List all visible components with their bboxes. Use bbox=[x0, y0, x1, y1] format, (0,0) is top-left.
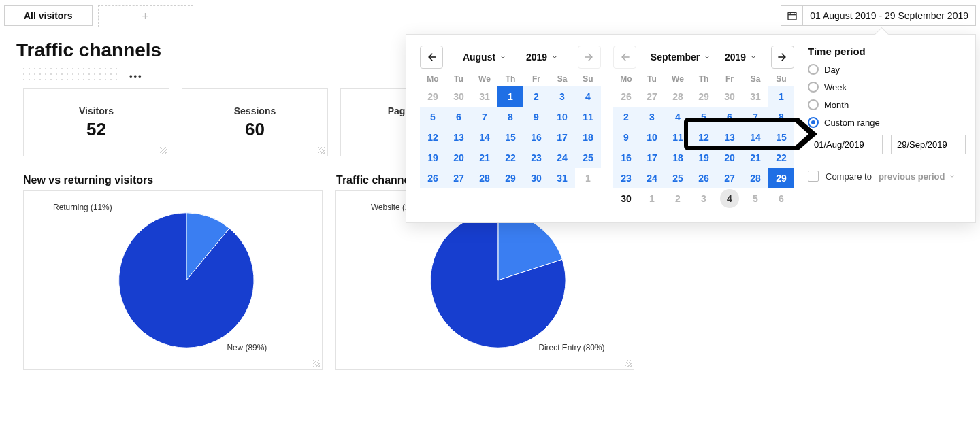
calendar-day[interactable]: 10 bbox=[549, 107, 575, 127]
calendar-day[interactable]: 30 bbox=[717, 86, 742, 107]
calendar-day[interactable]: 1 bbox=[575, 168, 601, 188]
calendar-day[interactable]: 4 bbox=[575, 86, 601, 107]
calendar-day[interactable]: 11 bbox=[665, 127, 691, 148]
year-select-left[interactable]: 2019 bbox=[526, 52, 558, 63]
calendar-day[interactable]: 6 bbox=[446, 107, 472, 127]
resize-handle-icon[interactable] bbox=[625, 360, 632, 367]
compare-period-select[interactable]: previous period bbox=[879, 171, 956, 182]
calendar-day[interactable]: 7 bbox=[472, 107, 497, 127]
prev-month-button[interactable] bbox=[420, 46, 443, 69]
month-select-left[interactable]: August bbox=[463, 52, 506, 63]
calendar-day[interactable]: 27 bbox=[639, 86, 665, 107]
calendar-day[interactable]: 16 bbox=[523, 127, 549, 148]
calendar-day[interactable]: 29 bbox=[420, 86, 446, 107]
calendar-day[interactable]: 25 bbox=[665, 168, 691, 188]
time-period-option[interactable]: Day bbox=[808, 64, 966, 75]
calendar-day[interactable]: 19 bbox=[691, 148, 717, 168]
calendar-day[interactable]: 21 bbox=[742, 148, 768, 168]
calendar-day[interactable]: 23 bbox=[613, 168, 639, 188]
date-range-picker-trigger[interactable]: 01 August 2019 - 29 September 2019 bbox=[781, 5, 976, 26]
calendar-day[interactable]: 3 bbox=[549, 86, 575, 107]
calendar-day[interactable]: 11 bbox=[575, 107, 601, 127]
calendar-day[interactable]: 17 bbox=[549, 127, 575, 148]
calendar-left-days: 2930311234567891011121314151617181920212… bbox=[420, 86, 601, 188]
calendar-day[interactable]: 31 bbox=[549, 168, 575, 188]
more-options-icon[interactable]: ••• bbox=[129, 71, 143, 81]
calendar-day[interactable]: 13 bbox=[717, 127, 742, 148]
calendar-day[interactable]: 2 bbox=[613, 107, 639, 127]
time-period-option[interactable]: Week bbox=[808, 82, 966, 93]
metric-card[interactable]: Sessions60 bbox=[182, 88, 328, 156]
resize-handle-icon[interactable] bbox=[160, 147, 167, 154]
calendar-day[interactable]: 26 bbox=[691, 168, 717, 188]
calendar-day[interactable]: 5 bbox=[691, 107, 717, 127]
calendar-day[interactable]: 1 bbox=[497, 86, 523, 107]
calendar-day[interactable]: 7 bbox=[742, 107, 768, 127]
calendar-day[interactable]: 29 bbox=[497, 168, 523, 188]
calendar-day[interactable]: 27 bbox=[446, 168, 472, 188]
calendar-day[interactable]: 13 bbox=[446, 127, 472, 148]
calendar-day[interactable]: 26 bbox=[420, 168, 446, 188]
calendar-day[interactable]: 18 bbox=[575, 127, 601, 148]
calendar-day[interactable]: 15 bbox=[768, 127, 794, 148]
resize-handle-icon[interactable] bbox=[318, 147, 325, 154]
time-period-option[interactable]: Month bbox=[808, 99, 966, 110]
calendar-day[interactable]: 17 bbox=[639, 148, 665, 168]
calendar-day[interactable]: 21 bbox=[472, 148, 497, 168]
calendar-day[interactable]: 15 bbox=[497, 127, 523, 148]
calendar-day[interactable]: 30 bbox=[523, 168, 549, 188]
calendar-day[interactable]: 16 bbox=[613, 148, 639, 168]
calendar-day[interactable]: 25 bbox=[575, 148, 601, 168]
calendar-day[interactable]: 23 bbox=[523, 148, 549, 168]
calendar-day[interactable]: 31 bbox=[472, 86, 497, 107]
calendar-day[interactable]: 20 bbox=[446, 148, 472, 168]
pie-label: Returning (11%) bbox=[53, 203, 112, 212]
calendar-day[interactable]: 30 bbox=[446, 86, 472, 107]
calendar-day[interactable]: 29 bbox=[768, 168, 794, 188]
calendar-day[interactable]: 27 bbox=[717, 168, 742, 188]
calendar-day[interactable]: 14 bbox=[472, 127, 497, 148]
filter-all-visitors[interactable]: All visitors bbox=[4, 5, 93, 26]
calendar-day[interactable]: 29 bbox=[691, 86, 717, 107]
calendar-day[interactable]: 8 bbox=[497, 107, 523, 127]
calendar-day[interactable]: 22 bbox=[768, 148, 794, 168]
time-period-option[interactable]: Custom range bbox=[808, 117, 966, 128]
month-select-right[interactable]: September bbox=[651, 52, 710, 63]
pie-slice[interactable] bbox=[119, 213, 254, 348]
date-to-input[interactable] bbox=[891, 135, 966, 154]
date-from-input[interactable] bbox=[808, 135, 883, 154]
calendar-day[interactable]: 12 bbox=[691, 127, 717, 148]
calendar-day[interactable]: 8 bbox=[768, 107, 794, 127]
calendar-day[interactable]: 5 bbox=[420, 107, 446, 127]
calendar-day[interactable]: 28 bbox=[742, 168, 768, 188]
calendar-day[interactable]: 30 bbox=[613, 188, 639, 209]
calendar-day[interactable]: 3 bbox=[639, 107, 665, 127]
calendar-day[interactable]: 24 bbox=[639, 168, 665, 188]
calendar-day[interactable]: 28 bbox=[665, 86, 691, 107]
calendar-day[interactable]: 31 bbox=[742, 86, 768, 107]
calendar-day[interactable]: 1 bbox=[768, 86, 794, 107]
calendar-day[interactable]: 9 bbox=[613, 127, 639, 148]
calendar-day[interactable]: 26 bbox=[613, 86, 639, 107]
add-filter-button[interactable]: + bbox=[98, 5, 193, 27]
calendar-day[interactable]: 14 bbox=[742, 127, 768, 148]
year-select-right[interactable]: 2019 bbox=[725, 52, 757, 63]
calendar-day[interactable]: 9 bbox=[523, 107, 549, 127]
calendar-day[interactable]: 19 bbox=[420, 148, 446, 168]
calendar-day[interactable]: 2 bbox=[523, 86, 549, 107]
resize-handle-icon[interactable] bbox=[313, 360, 320, 367]
compare-checkbox[interactable] bbox=[808, 171, 819, 182]
calendar-day[interactable]: 18 bbox=[665, 148, 691, 168]
calendar-day[interactable]: 4 bbox=[665, 107, 691, 127]
calendar-day[interactable]: 4 bbox=[720, 189, 739, 208]
calendar-day[interactable]: 10 bbox=[639, 127, 665, 148]
calendar-day[interactable]: 28 bbox=[472, 168, 497, 188]
calendar-day[interactable]: 12 bbox=[420, 127, 446, 148]
drag-handle-icon[interactable] bbox=[23, 68, 120, 83]
calendar-day[interactable]: 22 bbox=[497, 148, 523, 168]
calendar-day[interactable]: 6 bbox=[717, 107, 742, 127]
calendar-day[interactable]: 24 bbox=[549, 148, 575, 168]
metric-card[interactable]: Visitors52 bbox=[23, 88, 169, 156]
next-month-button[interactable] bbox=[771, 46, 794, 69]
calendar-day[interactable]: 20 bbox=[717, 148, 742, 168]
